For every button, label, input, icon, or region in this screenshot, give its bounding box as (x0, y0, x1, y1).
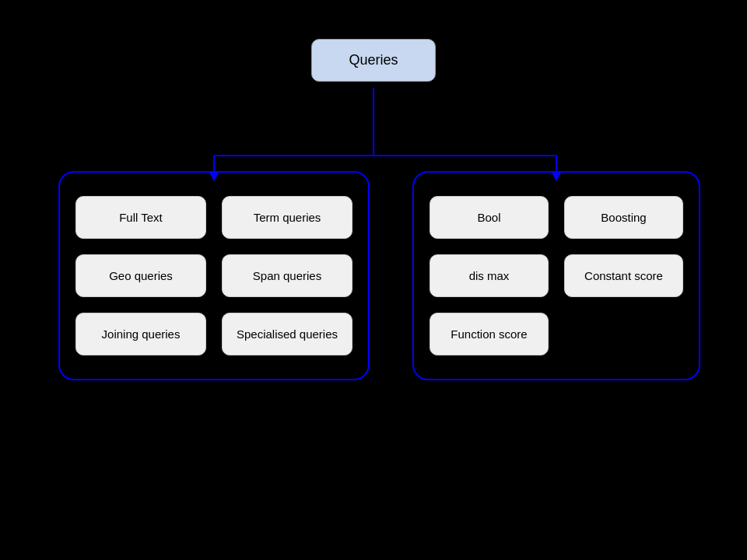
item-full-text: Full Text (75, 196, 206, 239)
item-function-score: Function score (430, 313, 549, 355)
item-boosting: Boosting (564, 196, 683, 239)
item-dis-max: dis max (430, 254, 549, 297)
item-specialised-queries: Specialised queries (222, 313, 352, 355)
root-node: Queries (311, 39, 436, 82)
left-group: Full Text Term queries Geo queries Span … (58, 171, 370, 380)
item-term-queries: Term queries (222, 196, 352, 239)
item-geo-queries: Geo queries (75, 254, 206, 297)
item-bool: Bool (430, 196, 549, 239)
root-label: Queries (349, 52, 398, 68)
item-span-queries: Span queries (222, 254, 352, 297)
item-constant-score: Constant score (564, 254, 683, 297)
right-group: Bool Boosting dis max Constant score Fun… (412, 171, 700, 380)
diagram: Queries Full Text Term queries Geo queri… (0, 0, 747, 560)
item-joining-queries: Joining queries (75, 313, 206, 355)
